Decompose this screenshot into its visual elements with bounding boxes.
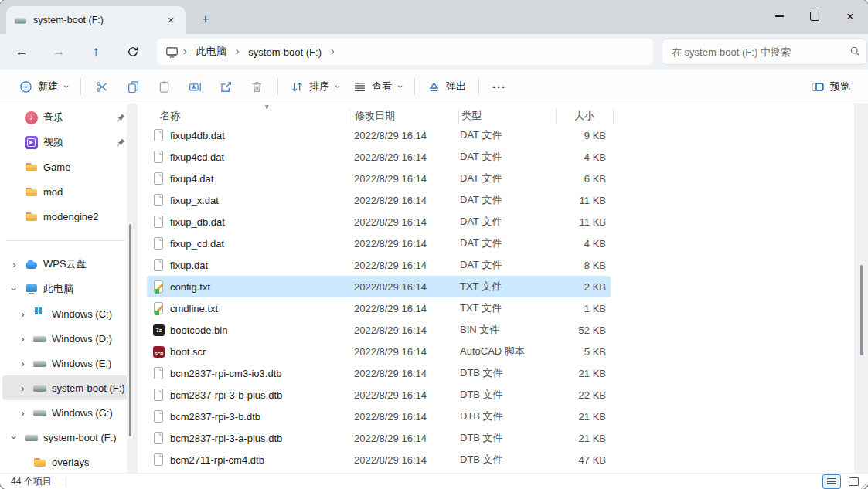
search-input[interactable] xyxy=(662,39,867,65)
sidebar-item-modengine2[interactable]: modengine2 xyxy=(2,204,128,229)
sort-icon xyxy=(291,80,304,93)
sidebar-item-overlays[interactable]: overlays xyxy=(2,450,128,474)
forward-button[interactable]: → xyxy=(46,39,72,65)
tab-title: system-boot (F:) xyxy=(33,15,104,25)
file-row-boot-scr[interactable]: SCR boot.scr 2022/8/29 16:14 AutoCAD 脚本 … xyxy=(147,341,611,362)
file-size: 21 KB xyxy=(554,368,611,379)
file-row-fixup4-dat[interactable]: fixup4.dat 2022/8/29 16:14 DAT 文件 6 KB xyxy=(147,168,611,189)
breadcrumb-chevron-icon: › xyxy=(183,45,187,57)
music-icon: ♪ xyxy=(25,111,38,124)
sidebar-scrollbar-thumb[interactable] xyxy=(129,224,131,436)
file-row-bcm2711-rpi-cm4-dtb[interactable]: bcm2711-rpi-cm4.dtb 2022/8/29 16:14 DTB … xyxy=(147,449,611,470)
file-row-config-txt[interactable]: config.txt 2022/8/29 16:14 TXT 文件 2 KB xyxy=(147,276,611,297)
file-row-fixup4cd-dat[interactable]: fixup4cd.dat 2022/8/29 16:14 DAT 文件 4 KB xyxy=(147,146,611,168)
new-tab-button[interactable]: + xyxy=(198,12,213,27)
file-type: BIN 文件 xyxy=(458,323,554,337)
file-row-cmdline-txt[interactable]: cmdline.txt 2022/8/29 16:14 TXT 文件 1 KB xyxy=(147,297,611,319)
refresh-button[interactable] xyxy=(120,39,146,65)
sidebar-item-item[interactable]: ▶ 视频 xyxy=(2,130,128,155)
file-row-bcm2837-rpi-cm3-io3-dtb[interactable]: bcm2837-rpi-cm3-io3.dtb 2022/8/29 16:14 … xyxy=(147,362,611,384)
file-row-bcm2837-rpi-3-a-plus-dtb[interactable]: bcm2837-rpi-3-a-plus.dtb 2022/8/29 16:14… xyxy=(147,427,611,449)
rename-button[interactable] xyxy=(179,74,210,99)
new-button[interactable]: 新建 › xyxy=(12,75,75,98)
trash-icon xyxy=(250,80,264,93)
eject-button[interactable]: 弹出 xyxy=(420,75,473,98)
file-name: fixup4db.dat xyxy=(170,130,225,141)
details-view-icon xyxy=(827,478,836,486)
sidebar-item-windows-g[interactable]: › Windows (G:) xyxy=(2,400,128,425)
file-size: 9 KB xyxy=(554,130,611,141)
file-size: 4 KB xyxy=(554,238,611,250)
paste-button[interactable] xyxy=(148,74,179,99)
view-button[interactable]: 查看 › xyxy=(346,75,409,98)
drive-icon xyxy=(33,357,46,370)
sidebar-item-system-boot-f[interactable]: › system-boot (F:) xyxy=(2,375,128,400)
details-view-button[interactable] xyxy=(822,474,841,489)
chevron-icon[interactable]: › xyxy=(18,408,28,418)
sidebar-scrollbar xyxy=(127,104,138,473)
sidebar-item-windows-e[interactable]: › Windows (E:) xyxy=(2,351,128,375)
file-size: 1 KB xyxy=(554,303,611,314)
cut-button[interactable] xyxy=(87,74,117,99)
sidebar-item-item[interactable]: › 此电脑 xyxy=(2,277,128,301)
column-header-size[interactable]: 大小 xyxy=(557,108,614,124)
back-button[interactable]: ← xyxy=(9,39,35,65)
breadcrumb-this-pc[interactable]: 此电脑 xyxy=(192,42,231,62)
file-name: fixup_db.dat xyxy=(170,216,225,228)
column-header-date[interactable]: 修改日期 xyxy=(349,108,459,124)
chevron-icon[interactable]: › xyxy=(9,433,19,443)
file-list-scrollbar-thumb[interactable] xyxy=(860,265,863,355)
resize-grip[interactable] xyxy=(859,481,867,489)
file-date: 2022/8/29 16:14 xyxy=(349,195,458,206)
chevron-icon[interactable]: › xyxy=(18,383,28,393)
sidebar-item-windows-c[interactable]: › Windows (C:) xyxy=(2,301,128,326)
copy-button[interactable] xyxy=(117,74,148,99)
items-count: 44 个项目 xyxy=(11,475,52,488)
file-row-bcm2837-rpi-3-b-plus-dtb[interactable]: bcm2837-rpi-3-b-plus.dtb 2022/8/29 16:14… xyxy=(147,384,611,406)
more-options-button[interactable]: ··· xyxy=(485,80,514,93)
sidebar-item-item[interactable]: ♪ 音乐 xyxy=(2,105,128,130)
file-row-fixup4db-dat[interactable]: fixup4db.dat 2022/8/29 16:14 DAT 文件 9 KB xyxy=(147,124,611,146)
close-button[interactable]: ✕ xyxy=(832,0,868,32)
file-name: fixup4cd.dat xyxy=(170,151,224,163)
navigation-bar: ← → ↑ › 此电脑 › system-boot (F:) › xyxy=(0,34,868,70)
this-pc-icon[interactable] xyxy=(165,46,179,59)
file-row-bcm2837-rpi-3-b-dtb[interactable]: bcm2837-rpi-3-b.dtb 2022/8/29 16:14 DTB … xyxy=(147,406,611,427)
delete-button[interactable] xyxy=(241,74,272,99)
file-date: 2022/8/29 16:14 xyxy=(349,433,458,444)
file-row-fixup-dat[interactable]: fixup.dat 2022/8/29 16:14 DAT 文件 8 KB xyxy=(147,254,611,276)
file-row-fixup-x-dat[interactable]: fixup_x.dat 2022/8/29 16:14 DAT 文件 11 KB xyxy=(147,189,611,211)
pin-icon xyxy=(116,113,126,123)
maximize-button[interactable] xyxy=(797,0,832,32)
file-row-fixup-cd-dat[interactable]: fixup_cd.dat 2022/8/29 16:14 DAT 文件 4 KB xyxy=(147,233,611,254)
chevron-icon[interactable]: › xyxy=(9,260,19,270)
sidebar-item-windows-d[interactable]: › Windows (D:) xyxy=(2,326,128,351)
up-button[interactable]: ↑ xyxy=(83,39,109,65)
file-row-bootcode-bin[interactable]: 7z bootcode.bin 2022/8/29 16:14 BIN 文件 5… xyxy=(147,319,611,341)
tab-system-boot[interactable]: system-boot (F:) ✕ xyxy=(6,6,186,34)
file-type: AutoCAD 脚本 xyxy=(458,345,554,358)
breadcrumb-drive[interactable]: system-boot (F:) xyxy=(243,43,326,61)
column-header-name[interactable]: 名称 ∨ xyxy=(147,108,349,124)
minimize-icon xyxy=(775,15,784,16)
chevron-icon[interactable]: › xyxy=(18,358,28,368)
drive-os-icon xyxy=(33,307,46,321)
sort-button[interactable]: 排序 › xyxy=(284,75,346,98)
close-tab-icon[interactable]: ✕ xyxy=(164,13,178,27)
file-row-fixup-db-dat[interactable]: fixup_db.dat 2022/8/29 16:14 DAT 文件 11 K… xyxy=(147,211,611,233)
file-type: DAT 文件 xyxy=(458,193,554,207)
minimize-button[interactable] xyxy=(761,0,797,32)
chevron-icon[interactable]: › xyxy=(9,284,19,294)
refresh-icon xyxy=(127,46,139,58)
preview-button[interactable]: 预览 xyxy=(804,75,857,98)
sidebar-item-game[interactable]: Game xyxy=(2,155,128,179)
sidebar-item-wps[interactable]: › WPS云盘 xyxy=(2,252,128,277)
share-button[interactable] xyxy=(210,74,241,99)
chevron-icon[interactable]: › xyxy=(18,334,28,344)
column-header-type[interactable]: 类型 xyxy=(459,108,557,124)
chevron-icon[interactable]: › xyxy=(18,309,28,319)
sidebar-item-mod[interactable]: mod xyxy=(2,179,128,204)
sidebar-item-system-boot-f[interactable]: › system-boot (F:) xyxy=(2,425,128,450)
file-date: 2022/8/29 16:14 xyxy=(349,281,458,293)
icons-view-button[interactable] xyxy=(846,475,861,488)
